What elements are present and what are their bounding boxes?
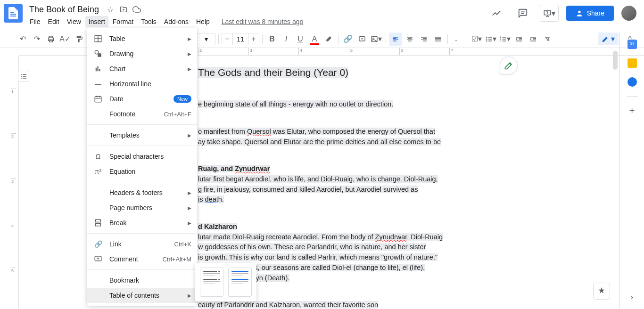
side-panel: 31 + › — [619, 32, 644, 309]
font-size-decrease[interactable]: − — [222, 33, 233, 45]
numbered-list-button[interactable]: 123▾ — [498, 33, 512, 46]
insert-headers-footers[interactable]: Headers & footers▶ — [87, 185, 197, 200]
svg-rect-26 — [96, 224, 101, 226]
move-icon[interactable] — [119, 5, 128, 14]
insert-toc[interactable]: Table of contents▶ — [87, 288, 197, 303]
tasks-app-icon[interactable] — [627, 77, 637, 87]
side-panel-divider — [627, 96, 638, 97]
svg-point-12 — [486, 40, 487, 41]
footnote-icon — [93, 109, 103, 119]
svg-rect-25 — [96, 220, 101, 222]
vertical-ruler[interactable]: 1 2 3 4 5 — [0, 56, 19, 309]
font-select[interactable]: ▾ — [197, 33, 215, 45]
svg-point-3 — [578, 11, 580, 13]
header-actions: ▾ Share — [487, 4, 636, 23]
comment-icon — [93, 254, 103, 264]
share-button[interactable]: Share — [566, 6, 614, 21]
insert-equation[interactable]: π²Equation — [87, 164, 197, 179]
insert-chart[interactable]: Chart▶ — [87, 61, 197, 76]
menu-tools[interactable]: Tools — [138, 16, 160, 27]
insert-drawing[interactable]: Drawing▶ — [87, 46, 197, 61]
explore-button[interactable] — [593, 283, 610, 300]
drawing-icon — [93, 49, 103, 58]
insert-link-button[interactable]: 🔗 — [341, 33, 355, 46]
toc-plain-option[interactable] — [200, 268, 223, 297]
last-edit-link[interactable]: Last edit was 8 minutes ago — [222, 18, 304, 25]
menu-help[interactable]: Help — [193, 16, 213, 27]
redo-button[interactable]: ↷ — [30, 33, 43, 46]
insert-page-numbers[interactable]: Page numbers▶ — [87, 200, 197, 215]
scrollbar-thumb[interactable] — [613, 51, 618, 70]
decrease-indent-button[interactable] — [512, 33, 526, 46]
insert-menu-dropdown: Table▶ Drawing▶ Chart▶ —Horizontal line … — [87, 28, 197, 306]
align-justify-button[interactable] — [431, 33, 445, 46]
menu-divider — [87, 146, 197, 146]
insert-link[interactable]: 🔗LinkCtrl+K — [87, 236, 197, 252]
clear-formatting-button[interactable] — [541, 33, 554, 46]
increase-indent-button[interactable] — [527, 33, 540, 46]
chart-icon — [93, 64, 103, 73]
keep-app-icon[interactable] — [627, 58, 637, 68]
font-size-increase[interactable]: + — [248, 33, 259, 45]
comments-icon[interactable] — [513, 4, 532, 23]
svg-rect-21 — [95, 97, 101, 102]
menu-insert[interactable]: Insert — [85, 16, 108, 27]
insert-bookmark[interactable]: Bookmark — [87, 273, 197, 288]
toc-links-option[interactable] — [228, 268, 252, 297]
align-left-button[interactable] — [389, 33, 402, 46]
collapse-side-panel[interactable]: › — [631, 293, 633, 301]
underline-button[interactable]: U — [294, 33, 307, 46]
present-button[interactable]: ▾ — [540, 5, 559, 22]
menu-edit[interactable]: Edit — [45, 16, 63, 27]
highlight-button[interactable] — [322, 33, 335, 46]
font-size-input[interactable] — [233, 33, 248, 45]
line-spacing-button[interactable] — [451, 33, 464, 46]
checklist-button[interactable]: ☑▾ — [470, 33, 483, 46]
insert-special-chars[interactable]: ΩSpecial characters — [87, 149, 197, 164]
text-color-button[interactable]: A — [308, 33, 321, 46]
menu-divider — [87, 269, 197, 270]
date-icon — [93, 94, 103, 104]
analytics-icon[interactable] — [487, 4, 506, 23]
menubar: File Edit View Insert Format Tools Add-o… — [26, 16, 487, 27]
menu-file[interactable]: File — [26, 16, 44, 27]
insert-hrule[interactable]: —Horizontal line — [87, 76, 197, 91]
menu-divider — [87, 233, 197, 234]
menu-format[interactable]: Format — [109, 16, 137, 27]
bullet-list-button[interactable]: ▾ — [484, 33, 497, 46]
equation-icon: π² — [93, 167, 103, 176]
add-addon-button[interactable]: + — [627, 106, 637, 115]
bold-button[interactable]: B — [265, 33, 279, 46]
insert-table[interactable]: Table▶ — [87, 31, 197, 46]
insert-break[interactable]: Break▶ — [87, 215, 197, 230]
insert-footnote[interactable]: FootnoteCtrl+Alt+F — [87, 106, 197, 122]
insert-image-button[interactable]: ▾ — [370, 33, 383, 46]
user-avatar[interactable] — [621, 6, 636, 21]
undo-button[interactable]: ↶ — [16, 33, 29, 46]
star-icon[interactable]: ☆ — [106, 5, 115, 14]
insert-comment[interactable]: CommentCtrl+Alt+M — [87, 252, 197, 267]
print-button[interactable] — [44, 33, 58, 46]
add-comment-badge[interactable] — [500, 57, 518, 74]
menu-addons[interactable]: Add-ons — [161, 16, 192, 27]
app-header: The Book of Being ☆ File Edit View Inser… — [0, 0, 644, 30]
outline-toggle-button[interactable] — [18, 71, 29, 82]
spellcheck-button[interactable]: A✓ — [58, 33, 72, 46]
menu-view[interactable]: View — [64, 16, 84, 27]
insert-templates[interactable]: Templates▶ — [87, 128, 197, 143]
calendar-app-icon[interactable]: 31 — [627, 40, 637, 49]
document-title[interactable]: The Book of Being — [26, 4, 102, 16]
add-comment-button[interactable] — [355, 33, 369, 46]
docs-logo-icon[interactable] — [4, 4, 23, 23]
align-right-button[interactable] — [417, 33, 430, 46]
align-center-button[interactable] — [403, 33, 416, 46]
headers-icon — [93, 188, 103, 197]
editing-mode-button[interactable]: ▾ — [598, 33, 619, 45]
heading-text[interactable]: The Gods and their Being (Year 0) — [198, 67, 348, 78]
cloud-status-icon[interactable] — [132, 5, 141, 14]
italic-button[interactable]: I — [280, 33, 293, 46]
insert-date[interactable]: DateNew — [87, 91, 197, 106]
toc-submenu — [195, 263, 256, 301]
table-icon — [93, 34, 103, 43]
paint-format-button[interactable] — [73, 33, 86, 46]
